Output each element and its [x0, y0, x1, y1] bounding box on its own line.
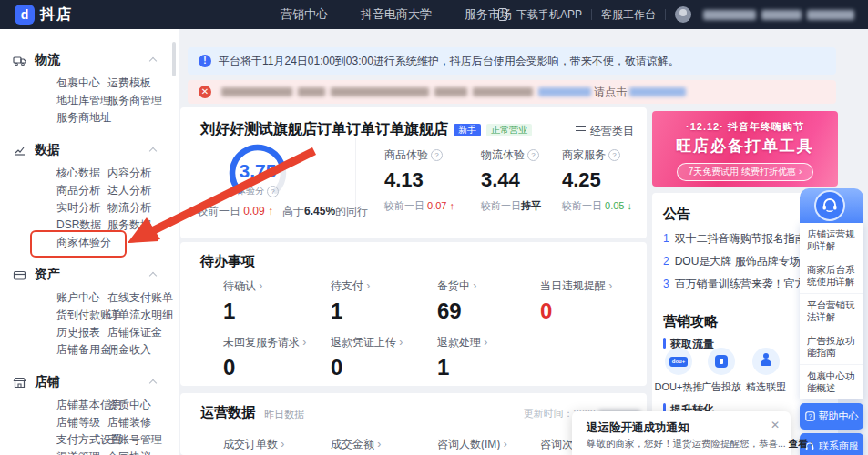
svg-text:?: ?: [808, 413, 812, 420]
chevron-up-icon[interactable]: [150, 58, 157, 65]
phone-icon: [498, 8, 507, 21]
sidebar-item[interactable]: 佣金收入: [107, 341, 179, 359]
section-header-assets[interactable]: 资产: [35, 268, 179, 282]
help-icon[interactable]: [267, 186, 279, 197]
redacted-text: [538, 87, 591, 96]
nav-ecommerce-university[interactable]: 抖音电商大学: [361, 6, 432, 23]
todo-refund-processing: 退款处理 1: [437, 335, 487, 380]
help-center-button[interactable]: ? 帮助中心: [800, 403, 863, 430]
status-badge: 正常营业: [486, 124, 532, 136]
annotation-highlight-box: [30, 230, 127, 258]
promo-trial-button[interactable]: 7天免费试用 续费打折优惠: [677, 163, 813, 181]
promo-banner-1212[interactable]: ·12.12· 抖音年终嗨购节 旺店必备打单工具 7天免费试用 续费打折优惠: [652, 111, 838, 187]
rail-link[interactable]: 店铺运营规则详解: [800, 223, 863, 258]
sidebar-item[interactable]: 渠道管理: [56, 449, 107, 455]
sidebar-item[interactable]: 店铺装修: [107, 414, 179, 431]
rail-header: [800, 188, 863, 223]
marketing-title: 营销攻略: [663, 313, 718, 330]
douyin-shop-logo-icon[interactable]: d: [15, 5, 35, 25]
tool-selected-alliance[interactable]: 精选联盟: [740, 348, 792, 394]
sidebar-item[interactable]: 店铺基本信息: [56, 397, 107, 414]
redacted-text: [331, 87, 429, 96]
todo-unanswered-requests: 未回复服务请求 0: [223, 335, 306, 380]
newbie-badge: 新手: [454, 124, 481, 136]
todo-pending-confirm: 待确认 1: [223, 278, 262, 324]
rail-link[interactable]: 平台营销玩法详解: [800, 294, 863, 329]
nav-marketing-center[interactable]: 营销中心: [281, 6, 328, 23]
metric-value: 4.25: [562, 168, 653, 192]
experience-score-label: 体验分: [229, 185, 287, 197]
help-icon[interactable]: [608, 149, 620, 161]
sidebar-item[interactable]: 商品分析: [56, 182, 107, 199]
sidebar-item[interactable]: 账户中心: [56, 289, 107, 307]
avatar[interactable]: [675, 6, 691, 23]
redacted-text: [434, 87, 467, 96]
sidebar-item[interactable]: 实时分析: [56, 199, 107, 217]
chevron-up-icon[interactable]: [150, 148, 157, 155]
sidebar-item[interactable]: 服务商管理: [107, 92, 179, 109]
todo-card: 待办事项 待确认 1 待支付 1 备货中 69 当日违规提醒 0 未回复服务请求…: [180, 242, 647, 386]
sidebar-item[interactable]: 运费模板: [107, 75, 179, 92]
close-icon[interactable]: [771, 419, 780, 431]
chevron-up-icon[interactable]: [150, 380, 157, 387]
section-header-logistics[interactable]: 物流: [35, 53, 179, 67]
toast-view-link[interactable]: 查看: [789, 438, 813, 449]
dou-plus-icon: dou+: [665, 348, 692, 375]
sidebar-item[interactable]: 合同协议: [107, 449, 179, 455]
sidebar-item[interactable]: 物流分析: [107, 199, 179, 217]
section-title: 数据: [35, 142, 60, 158]
section-header-shop[interactable]: 店铺: [35, 375, 179, 389]
info-icon: !: [199, 55, 211, 67]
top-bar: d 抖店 营销中心 抖音电商大学 服务市场 下载手机APP 客服工作台: [0, 0, 868, 29]
shop-name-row: 刘好好测试旗舰店订单订单订单旗舰店 新手 正常营业: [200, 120, 532, 139]
brand-title: 抖店: [40, 5, 73, 25]
toast-notification: 退运险开通成功通知 尊敬的商家，您好！退货运费险提醒您，恭喜... 查看: [572, 411, 791, 455]
customer-service-icon[interactable]: [814, 190, 845, 221]
rail-link[interactable]: 商家后台系统使用详解: [800, 258, 863, 294]
ops-col-im-users[interactable]: 咨询人数(IM): [437, 437, 507, 452]
sidebar-item[interactable]: 订单流水明细: [107, 307, 179, 324]
rail-link[interactable]: 广告投放功能指南: [800, 329, 863, 365]
metric-value: 4.13: [384, 168, 475, 192]
sidebar-item[interactable]: 资质中心: [107, 397, 179, 414]
sidebar-item[interactable]: 地址库管理: [56, 92, 107, 109]
business-category-button[interactable]: 经营类目: [576, 124, 634, 139]
sidebar-item[interactable]: 子账号管理: [107, 431, 179, 449]
sidebar-scrollbar[interactable]: [172, 42, 176, 76]
rail-links: 店铺运营规则详解 商家后台系统使用详解 平台营销玩法详解 广告投放功能指南 包裹…: [800, 223, 863, 399]
sidebar-item[interactable]: 店铺备用金: [56, 341, 107, 359]
sidebar-item[interactable]: 店铺保证金: [107, 324, 179, 341]
rail-link[interactable]: 包裹中心功能概述: [800, 365, 863, 399]
experience-score-delta: 较前一日 0.09 ↑ 高于6.45%的同行: [197, 204, 368, 219]
section-items: 包裹中心 运费模板 地址库管理 服务商管理 服务商地址: [56, 75, 179, 126]
storefront-icon: [13, 376, 26, 389]
help-icon[interactable]: [431, 149, 443, 161]
sidebar-item[interactable]: 内容分析: [107, 165, 179, 182]
service-desk-link[interactable]: 客服工作台: [601, 7, 656, 23]
shop-name: 刘好好测试旗舰店订单订单订单旗舰店: [200, 120, 448, 139]
chevron-up-icon[interactable]: [150, 273, 157, 279]
sidebar-item[interactable]: 支付方式设置: [56, 431, 107, 449]
todo-pending-payment: 待支付 1: [331, 278, 370, 324]
sidebar-item[interactable]: 核心数据: [56, 165, 107, 182]
sidebar-item[interactable]: 服务商地址: [56, 109, 107, 126]
redacted-link[interactable]: [629, 87, 686, 96]
sidebar-item[interactable]: 达人分析: [107, 182, 179, 199]
sidebar-item[interactable]: 店铺等级: [56, 414, 107, 431]
section-header-data[interactable]: 数据: [35, 143, 179, 157]
sidebar-section-assets: 资产 账户中心 在线支付账单 货到付款账单 订单流水明细 历史报表 店铺保证金 …: [0, 268, 179, 359]
sidebar-item[interactable]: 货到付款账单: [56, 307, 107, 324]
ops-col-orders[interactable]: 成交订单数: [223, 437, 284, 452]
section-title: 店铺: [35, 374, 60, 390]
sidebar-item[interactable]: 历史报表: [56, 324, 107, 341]
help-icon[interactable]: [527, 149, 539, 161]
ops-col-amount[interactable]: 成交金额: [331, 437, 381, 452]
sidebar-item[interactable]: 在线支付账单: [107, 289, 179, 307]
operations-title: 运营数据: [200, 404, 255, 421]
error-alert-banner: ✕ 请点击: [188, 80, 836, 104]
divider: [355, 138, 356, 207]
sidebar-item[interactable]: 包裹中心: [56, 75, 107, 92]
download-app-link[interactable]: 下载手机APP: [516, 7, 582, 23]
experience-score-value: 3.75: [229, 160, 287, 182]
account-name-redacted[interactable]: [700, 8, 857, 21]
